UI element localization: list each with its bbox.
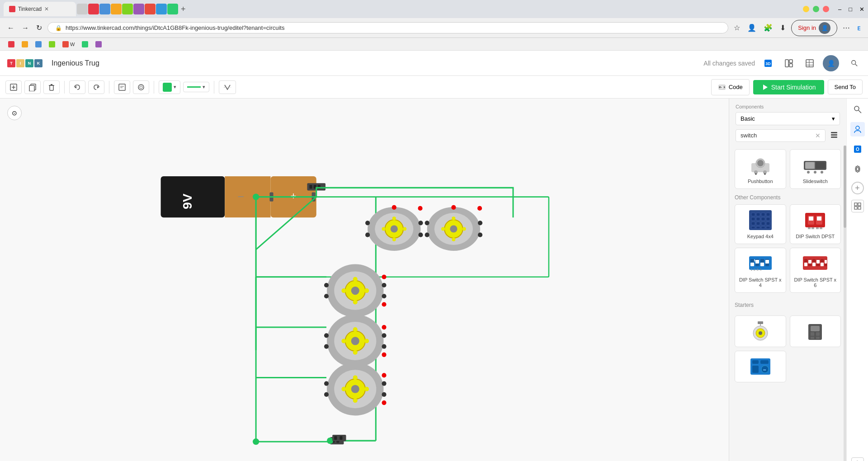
svg-rect-184	[760, 263, 764, 266]
send-to-btn[interactable]: Send To	[828, 80, 863, 94]
refresh-btn[interactable]: ↻	[34, 22, 44, 34]
color-btn[interactable]: ▾	[159, 80, 180, 94]
extensions-btn[interactable]: 🧩	[762, 22, 774, 34]
other-tab[interactable]	[133, 4, 144, 14]
ts-outlook-icon[interactable]: O	[850, 142, 865, 156]
slideswitch-icon	[802, 154, 829, 176]
motor-2[interactable]	[425, 205, 483, 251]
keypad-card[interactable]: Keypad 4x4	[735, 204, 786, 244]
color-dropdown-arrow: ▾	[174, 84, 176, 90]
close-btn[interactable]	[823, 6, 829, 12]
bm-item[interactable]: W	[60, 40, 77, 48]
dip-spst6-icon	[802, 253, 829, 274]
bm-item[interactable]	[33, 40, 44, 48]
starter-3-card[interactable]: ∞	[735, 351, 786, 382]
dip-spst4-card[interactable]: ON 1 2 3 4	[735, 248, 786, 293]
inspect-btn[interactable]	[133, 80, 149, 94]
copy-btn[interactable]	[24, 80, 41, 94]
other-tab[interactable]	[122, 4, 133, 14]
search-box[interactable]: switch ✕	[736, 129, 826, 142]
undo-btn[interactable]	[69, 80, 85, 94]
slideswitch-card[interactable]: Slideswitch	[790, 149, 841, 189]
bm-item[interactable]	[5, 40, 17, 48]
other-tab[interactable]	[77, 4, 88, 14]
dip-spst6-card[interactable]: DIP Switch SPST x 6	[790, 248, 841, 293]
flip-h-btn[interactable]	[219, 80, 236, 94]
starter-2-card[interactable]	[790, 315, 841, 347]
svg-point-66	[418, 221, 423, 225]
other-tab[interactable]	[111, 4, 122, 14]
download-btn[interactable]: ⬇	[778, 22, 788, 34]
svg-point-9	[852, 60, 856, 64]
pushbutton-card[interactable]: Pushbutton	[735, 149, 786, 189]
maximize-btn[interactable]	[813, 6, 819, 12]
redo-btn[interactable]	[88, 80, 104, 94]
start-simulation-btn[interactable]: Start Simulation	[753, 80, 824, 94]
more-btn[interactable]: ⋯	[841, 22, 852, 34]
components-select[interactable]: Basic ▾	[736, 112, 840, 125]
forward-btn[interactable]: →	[20, 22, 31, 34]
motor-3[interactable]	[324, 264, 387, 317]
svg-point-104	[341, 339, 346, 343]
canvas-area[interactable]: ⊙ 9V + –	[0, 99, 729, 461]
ts-settings-icon[interactable]	[850, 162, 865, 176]
other-tab[interactable]	[156, 4, 167, 14]
new-tab-btn[interactable]: +	[179, 3, 188, 16]
line-btn[interactable]: ▾	[183, 82, 209, 92]
svg-rect-27	[719, 85, 725, 89]
delete-icon	[47, 83, 56, 91]
bm-item[interactable]	[79, 40, 91, 48]
tab-close-btn[interactable]: ✕	[44, 6, 49, 12]
svg-rect-213	[760, 360, 769, 364]
search-clear-btn[interactable]: ✕	[815, 132, 821, 139]
other-tab[interactable]	[99, 4, 110, 14]
address-bar[interactable]: 🔒 https://www.tinkercad.com/things/iDtcA…	[47, 22, 728, 33]
ts-settings-cog-btn[interactable]	[851, 457, 864, 461]
bm-item[interactable]	[19, 40, 31, 48]
table-btn[interactable]	[802, 56, 817, 71]
win-maximize-btn[interactable]: □	[849, 6, 852, 13]
delete-btn[interactable]	[43, 80, 60, 94]
note-btn[interactable]	[114, 80, 130, 94]
motor-4[interactable]	[324, 315, 387, 367]
ts-grid-icon[interactable]	[851, 200, 864, 212]
motor-5[interactable]	[324, 362, 387, 415]
ts-search-icon[interactable]	[850, 102, 865, 117]
all-changes-saved: All changes saved	[703, 60, 755, 67]
svg-rect-185	[765, 260, 769, 263]
starter-3-icon: ∞	[747, 356, 774, 377]
other-tab[interactable]	[167, 4, 178, 14]
starter-1-card[interactable]	[735, 315, 786, 347]
bm-item[interactable]	[46, 40, 58, 48]
svg-rect-194	[804, 263, 807, 266]
search-sidebar-btn[interactable]	[848, 57, 861, 70]
dip-dpst-card[interactable]: DIP Switch DPST	[790, 204, 841, 244]
code-btn[interactable]: Code	[711, 79, 750, 95]
3d-view-btn[interactable]: 3D	[760, 56, 776, 71]
svg-point-222	[856, 168, 859, 170]
logo-t: T	[7, 59, 15, 67]
svg-point-82	[451, 205, 456, 210]
profile-btn[interactable]: 👤	[745, 22, 758, 34]
scrollbar-thumb[interactable]	[844, 146, 846, 228]
ts-add-btn[interactable]: +	[851, 182, 864, 194]
restore-btn[interactable]: –	[838, 6, 841, 13]
other-tab[interactable]	[88, 4, 99, 14]
new-btn[interactable]	[5, 80, 22, 94]
minimize-btn[interactable]	[803, 6, 809, 12]
win-close-btn[interactable]: ✕	[859, 6, 864, 13]
list-view-btn[interactable]	[828, 129, 840, 142]
user-avatar[interactable]: 👤	[823, 55, 839, 71]
svg-point-138	[757, 160, 764, 166]
active-tab[interactable]: Tinkercad ✕	[4, 2, 76, 16]
back-btn[interactable]: ←	[5, 22, 16, 34]
ts-user-icon[interactable]	[850, 122, 865, 136]
motor-1[interactable]	[365, 205, 423, 251]
keypad-name: Keypad 4x4	[747, 234, 774, 239]
bm-item[interactable]	[93, 40, 104, 48]
bookmarks-btn[interactable]: ☆	[732, 22, 742, 34]
layout-btn[interactable]	[781, 56, 797, 71]
edge-icon[interactable]: ᴇ	[855, 22, 863, 34]
sign-in-btn[interactable]: Sign in 👤	[791, 20, 837, 36]
other-tab[interactable]	[145, 4, 156, 14]
